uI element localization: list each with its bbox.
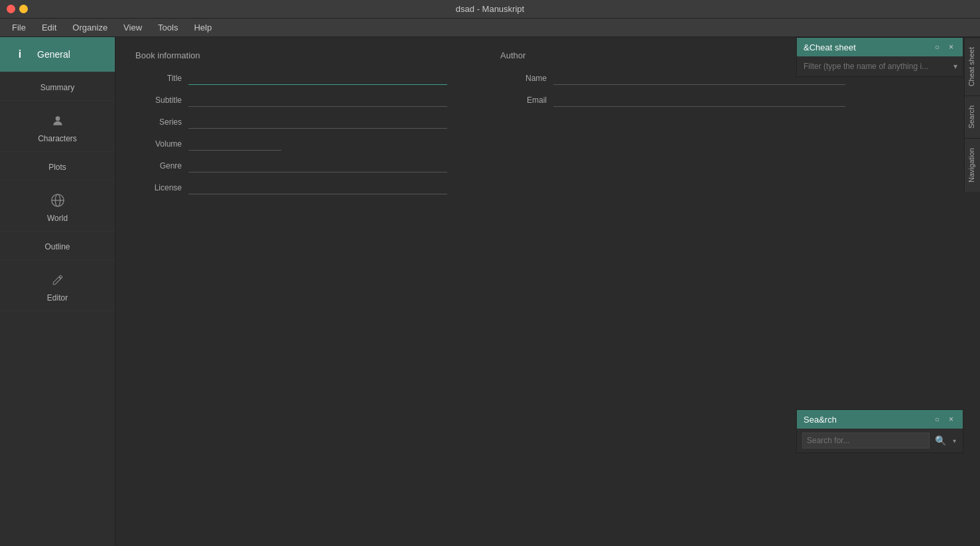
chevron-down-icon: ▾ <box>953 62 957 71</box>
main-layout: i General Summary Characters Plots World <box>0 37 980 546</box>
series-input[interactable] <box>188 115 447 129</box>
volume-input[interactable] <box>188 137 281 151</box>
title-input[interactable] <box>188 71 447 85</box>
search-panel-actions: ○ × <box>932 414 956 425</box>
author-section: Author Name Email <box>500 50 845 202</box>
titlebar-title: dsad - Manuskript <box>456 4 524 14</box>
volume-group: Volume <box>135 137 447 151</box>
close-button[interactable] <box>7 5 15 13</box>
menu-edit[interactable]: Edit <box>35 20 63 35</box>
content-area: Book information Title Subtitle Series V… <box>115 37 980 546</box>
volume-label: Volume <box>135 139 182 149</box>
author-name-group: Name <box>500 71 845 85</box>
sidebar-item-outline[interactable]: Outline <box>0 232 115 260</box>
minimize-button[interactable] <box>19 5 28 13</box>
license-input[interactable] <box>188 180 447 194</box>
menu-help[interactable]: Help <box>187 20 218 35</box>
cheat-filter-input[interactable] <box>802 60 949 72</box>
sidebar-item-world[interactable]: World <box>0 180 115 232</box>
search-panel-header: Sea&rch ○ × <box>797 410 963 429</box>
search-panel-title: Sea&rch <box>804 415 837 425</box>
menu-organize[interactable]: Organize <box>66 20 114 35</box>
cheat-close-button[interactable]: × <box>946 42 956 52</box>
search-panel-body: 🔍 ▾ <box>797 429 963 452</box>
sidebar-label-characters: Characters <box>38 134 77 143</box>
author-email-group: Email <box>500 93 845 107</box>
pen-icon <box>48 271 67 289</box>
book-info-section: Book information Title Subtitle Series V… <box>135 50 447 202</box>
svg-point-0 <box>55 116 60 121</box>
book-info-title: Book information <box>135 50 447 60</box>
cheat-undock-button[interactable]: ○ <box>932 42 942 52</box>
sidebar: i General Summary Characters Plots World <box>0 37 115 546</box>
search-panel: Sea&rch ○ × 🔍 ▾ <box>796 409 963 453</box>
sidebar-item-plots[interactable]: Plots <box>0 152 115 180</box>
license-group: License <box>135 180 447 194</box>
sidebar-label-plots: Plots <box>48 163 66 172</box>
subtitle-label: Subtitle <box>135 96 182 105</box>
cheat-panel-header: &Cheat sheet ○ × <box>797 38 963 56</box>
cheat-panel-body: ▾ <box>797 56 963 76</box>
search-options-button[interactable]: ▾ <box>951 436 957 446</box>
series-group: Series <box>135 115 447 129</box>
menu-file[interactable]: File <box>5 20 33 35</box>
cheat-panel-title: &Cheat sheet <box>804 42 856 52</box>
menu-tools[interactable]: Tools <box>151 20 184 35</box>
title-group: Title <box>135 71 447 85</box>
sidebar-item-editor[interactable]: Editor <box>0 260 115 311</box>
subtitle-input[interactable] <box>188 93 447 107</box>
cheat-sheet-panel: &Cheat sheet ○ × ▾ <box>796 37 963 77</box>
license-label: License <box>135 183 182 192</box>
sidebar-label-general: General <box>37 49 70 60</box>
titlebar-buttons <box>7 5 28 13</box>
genre-input[interactable] <box>188 159 447 172</box>
sidebar-item-characters[interactable]: Characters <box>0 101 115 152</box>
sidebar-item-general[interactable]: i General <box>0 37 115 72</box>
author-name-label: Name <box>500 74 547 83</box>
author-title: Author <box>500 50 845 60</box>
side-tab-cheatsheet[interactable]: Cheat sheet <box>965 37 980 96</box>
sidebar-label-summary: Summary <box>40 83 74 92</box>
person-icon <box>48 111 67 130</box>
genre-group: Genre <box>135 159 447 172</box>
menubar: File Edit Organize View Tools Help <box>0 19 980 37</box>
genre-label: Genre <box>135 161 182 171</box>
author-email-label: Email <box>500 96 547 105</box>
sidebar-item-summary[interactable]: Summary <box>0 72 115 101</box>
info-icon: i <box>9 44 31 65</box>
sidebar-label-outline: Outline <box>44 242 70 251</box>
search-input[interactable] <box>802 433 930 448</box>
search-submit-button[interactable]: 🔍 <box>934 434 947 447</box>
cheat-panel-actions: ○ × <box>932 42 956 52</box>
side-tab-navigation[interactable]: Navigation <box>965 138 980 192</box>
menu-view[interactable]: View <box>117 20 149 35</box>
search-undock-button[interactable]: ○ <box>932 414 942 425</box>
author-email-input[interactable] <box>553 93 845 107</box>
sidebar-label-world: World <box>47 214 68 223</box>
titlebar: dsad - Manuskript <box>0 0 980 19</box>
title-label: Title <box>135 74 182 83</box>
subtitle-group: Subtitle <box>135 93 447 107</box>
series-label: Series <box>135 117 182 127</box>
search-close-button[interactable]: × <box>946 414 956 425</box>
sidebar-label-editor: Editor <box>47 293 68 303</box>
side-tab-search[interactable]: Search <box>965 96 980 138</box>
side-tabs: Cheat sheet Search Navigation <box>964 37 980 192</box>
globe-icon <box>48 191 67 210</box>
